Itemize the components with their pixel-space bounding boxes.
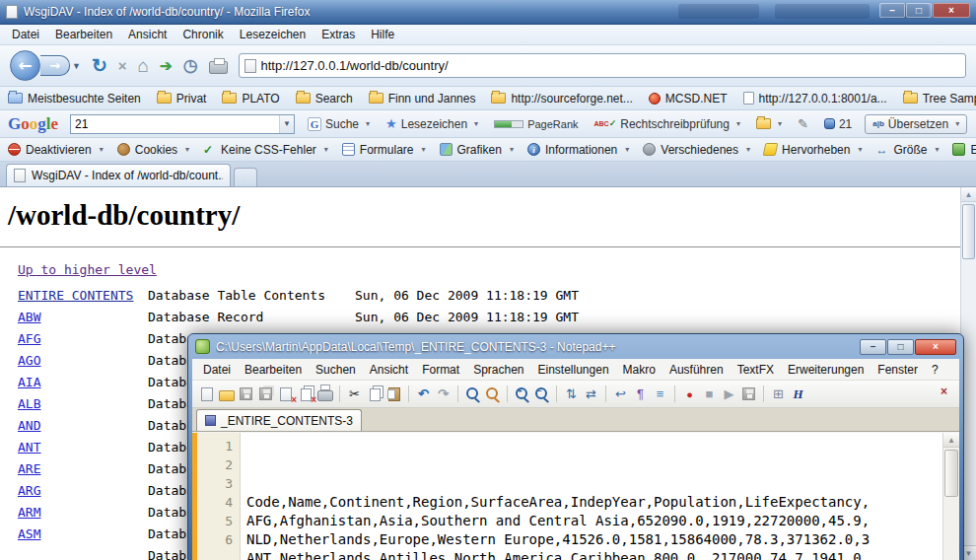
google-search-button[interactable]: G Suche	[305, 115, 373, 133]
close-button[interactable]: ×	[933, 3, 970, 18]
highlight-count-button[interactable]: 21	[821, 115, 855, 133]
google-bookmarks-button[interactable]: ★ Lesezeichen	[383, 114, 481, 133]
green-arrow-button[interactable]: ➔	[160, 57, 173, 75]
dir-entry-link[interactable]: ARE	[18, 461, 40, 476]
menu-item[interactable]: Bearbeiten	[47, 26, 120, 43]
menu-item[interactable]: Lesezeichen	[232, 26, 314, 43]
menu-item[interactable]: Hilfe	[363, 26, 402, 43]
dir-entry-link[interactable]: AIA	[18, 375, 40, 389]
notepad-menu-item[interactable]: Suchen	[309, 361, 363, 379]
bookmark-item[interactable]: MCSD.NET	[649, 92, 728, 105]
notepad-menu-item[interactable]: TextFX	[731, 361, 781, 379]
close-all-button[interactable]	[297, 386, 314, 402]
webdev-menu-button[interactable]: Informationen	[527, 143, 629, 157]
dir-entry-link[interactable]: AND	[18, 418, 40, 433]
new-tab-button[interactable]	[234, 168, 257, 186]
document-tab[interactable]: _ENTIRE_CONTENTS-3	[196, 409, 362, 431]
browser-tab[interactable]: WsgiDAV - Index of /world-db/count...	[6, 164, 231, 186]
zoom-in-button[interactable]	[514, 386, 530, 402]
notepad-maximize-button[interactable]: □	[887, 339, 914, 355]
replace-button[interactable]	[484, 386, 501, 402]
home-button[interactable]: ⌂	[138, 55, 149, 77]
save-all-button[interactable]	[257, 386, 274, 402]
open-file-button[interactable]	[218, 386, 235, 402]
play-macro-button[interactable]: ▶	[721, 386, 737, 402]
editor-area[interactable]: 123456 Code,Name,Continent,Region,Surfac…	[192, 433, 959, 560]
back-button[interactable]: ←	[10, 50, 40, 81]
print-file-button[interactable]	[316, 386, 333, 402]
dir-entry-link[interactable]: ASM	[18, 526, 40, 541]
dir-entry-link[interactable]: AGO	[18, 353, 40, 368]
dir-entry-link[interactable]: ANT	[18, 440, 40, 455]
maximize-button[interactable]: □	[906, 3, 932, 18]
google-search-input[interactable]	[71, 117, 279, 131]
dir-entry-link[interactable]: ENTIRE CONTENTS	[18, 288, 133, 303]
sync-vertical-button[interactable]: ⇅	[563, 386, 580, 402]
cut-button[interactable]: ✂	[346, 386, 363, 402]
menu-item[interactable]: Datei	[4, 26, 47, 43]
bookmark-item[interactable]: Search	[296, 92, 353, 105]
editor-scrollbar-thumb[interactable]	[944, 450, 958, 497]
scroll-up-icon[interactable]: ▲	[961, 187, 976, 202]
minimize-button[interactable]: –	[879, 3, 905, 18]
dir-entry-link[interactable]: AFG	[18, 331, 40, 346]
dir-entry-link[interactable]: ABW	[18, 310, 40, 324]
menu-item[interactable]: Extras	[314, 26, 363, 43]
notepad-menu-item[interactable]: Ansicht	[363, 361, 415, 379]
pagerank-indicator[interactable]: PageRank	[491, 116, 581, 132]
webdev-menu-button[interactable]: Verschiedenes	[643, 143, 750, 157]
webdev-menu-button[interactable]: Formulare	[342, 143, 426, 157]
html-preview-button[interactable]: H	[790, 386, 806, 402]
webdev-menu-button[interactable]: Größe	[875, 143, 939, 157]
bookmark-item[interactable]: Meistbesuchte Seiten	[8, 92, 141, 105]
record-macro-button[interactable]: ●	[681, 386, 698, 402]
notepad-menu-item[interactable]: Sprachen	[466, 361, 530, 379]
editor-scroll-up-icon[interactable]: ▲	[943, 433, 959, 448]
redo-button[interactable]: ↷	[435, 386, 452, 402]
notepad-menu-item[interactable]: Ausführen	[662, 361, 731, 379]
translate-button[interactable]: a|b Übersetzen	[865, 114, 967, 134]
bookmark-item[interactable]: Finn und Jannes	[369, 92, 476, 105]
firefox-titlebar[interactable]: WsgiDAV - Index of /world-db/country/ - …	[0, 0, 976, 25]
close-document-icon[interactable]: ×	[935, 385, 953, 397]
notepad-menu-item[interactable]: Format	[415, 361, 466, 379]
new-file-button[interactable]	[198, 386, 215, 402]
history-clock-button[interactable]: ◷	[183, 55, 198, 76]
paste-button[interactable]	[385, 386, 402, 402]
notepad-titlebar[interactable]: C:\Users\Martin\AppData\Local\Temp\_ENTI…	[188, 334, 963, 359]
dir-entry-link[interactable]: ARM	[18, 505, 40, 520]
stop-button[interactable]: ×	[118, 57, 127, 74]
zoom-out-button[interactable]	[533, 386, 550, 402]
indent-guide-button[interactable]: ≡	[652, 386, 668, 402]
print-button[interactable]	[209, 61, 228, 74]
dir-entry-link[interactable]: ALB	[18, 396, 40, 411]
menu-item[interactable]: Ansicht	[120, 26, 174, 43]
webdev-menu-button[interactable]: Grafiken	[440, 143, 514, 157]
save-macro-button[interactable]	[740, 386, 757, 402]
reload-button[interactable]: ↻	[92, 54, 107, 77]
notepad-menu-item[interactable]: Datei	[196, 361, 238, 379]
sync-horizontal-button[interactable]: ⇄	[583, 386, 599, 402]
show-symbols-button[interactable]: ¶	[632, 386, 649, 402]
editor-text[interactable]: Code,Name,Continent,Region,SurfaceArea,I…	[241, 433, 942, 560]
copy-button[interactable]	[366, 386, 383, 402]
notepad-menu-item[interactable]: Erweiterungen	[781, 361, 871, 379]
bookmark-item[interactable]: PLATO	[222, 92, 279, 105]
editor-scrollbar[interactable]: ▲	[942, 433, 959, 560]
find-button[interactable]	[464, 386, 481, 402]
spellcheck-button[interactable]: ABC✓ Rechtschreibprüfung	[592, 115, 743, 133]
plugin-grid-button[interactable]: ⊞	[770, 386, 787, 402]
up-to-higher-level-link[interactable]: Up to higher level	[18, 262, 157, 278]
notepad-menu-item[interactable]: Bearbeiten	[238, 361, 309, 379]
notepad-menu-item[interactable]: Fenster	[871, 361, 925, 379]
close-file-button[interactable]	[277, 386, 294, 402]
notepad-minimize-button[interactable]: –	[860, 339, 886, 355]
webdev-menu-button[interactable]: Deaktivieren	[8, 143, 104, 157]
webdev-menu-button[interactable]: Keine CSS-Fehler	[203, 143, 328, 157]
scrollbar-thumb[interactable]	[962, 204, 975, 259]
notepad-menu-item[interactable]: Makro	[616, 361, 662, 379]
url-input[interactable]	[261, 58, 960, 73]
search-dropdown-icon[interactable]: ▼	[279, 115, 294, 133]
bookmark-item[interactable]: Tree Samples	[903, 92, 976, 105]
forward-button[interactable]: →	[40, 55, 70, 76]
